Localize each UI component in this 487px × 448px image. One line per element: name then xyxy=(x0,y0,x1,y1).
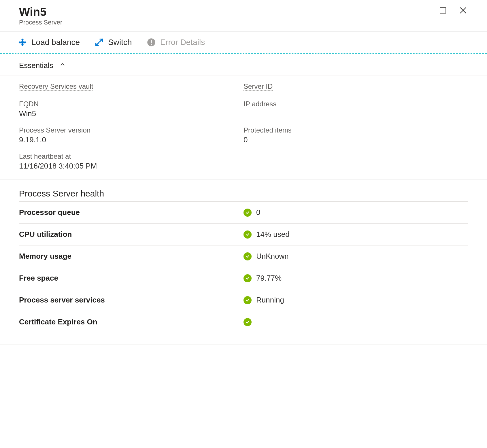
load-balance-label: Load balance xyxy=(31,38,80,47)
health-row-value: UnKnown xyxy=(256,252,289,261)
health-row-value: 79.77% xyxy=(256,274,282,283)
health-row-label: Memory usage xyxy=(19,252,244,261)
health-row: Memory usage UnKnown xyxy=(19,245,468,267)
page-title: Win5 xyxy=(19,5,439,18)
error-details-button: Error Details xyxy=(146,37,205,47)
page-subtitle: Process Server xyxy=(19,19,439,26)
status-ok-icon xyxy=(244,274,252,282)
health-row-label: Free space xyxy=(19,274,244,283)
close-icon[interactable] xyxy=(458,5,468,15)
essentials-grid: Recovery Services vault Server ID FQDN W… xyxy=(0,75,487,179)
switch-label: Switch xyxy=(108,38,132,47)
command-bar: Load balance Switch Error D xyxy=(0,32,487,54)
error-details-label: Error Details xyxy=(160,38,205,47)
status-ok-icon xyxy=(244,296,252,304)
status-ok-icon xyxy=(244,318,252,326)
last-heartbeat-label: Last heartbeat at xyxy=(19,152,71,160)
status-ok-icon xyxy=(244,209,252,217)
health-row: CPU utilization 14% used xyxy=(19,223,468,245)
health-row: Processor queue 0 xyxy=(19,201,468,223)
health-title: Process Server health xyxy=(19,189,468,199)
status-ok-icon xyxy=(244,252,252,260)
health-section: Process Server health Processor queue 0 … xyxy=(0,179,487,345)
health-row-label: CPU utilization xyxy=(19,230,244,239)
fqdn-value: Win5 xyxy=(19,109,244,118)
last-heartbeat-value: 11/16/2018 3:40:05 PM xyxy=(19,162,244,171)
restore-icon[interactable] xyxy=(439,6,447,15)
health-row-value: 14% used xyxy=(256,230,290,239)
fqdn-label: FQDN xyxy=(19,100,39,108)
status-ok-icon xyxy=(244,230,252,239)
protected-items-label: Protected items xyxy=(244,126,292,134)
switch-icon xyxy=(94,37,104,47)
ip-address-label: IP address xyxy=(244,100,276,108)
ps-version-label: Process Server version xyxy=(19,126,90,134)
recovery-vault-label: Recovery Services vault xyxy=(19,82,93,91)
chevron-up-icon xyxy=(59,61,66,70)
health-row-label: Certificate Expires On xyxy=(19,317,244,326)
svg-rect-0 xyxy=(440,7,446,13)
health-row-label: Processor queue xyxy=(19,208,244,217)
essentials-toggle[interactable]: Essentials xyxy=(0,54,487,75)
process-server-blade: Win5 Process Server xyxy=(0,0,487,345)
svg-rect-11 xyxy=(151,40,152,43)
svg-point-12 xyxy=(151,44,152,45)
load-balance-button[interactable]: Load balance xyxy=(18,37,80,47)
blade-header: Win5 Process Server xyxy=(0,0,487,32)
error-details-icon xyxy=(146,37,156,47)
svg-point-3 xyxy=(22,41,24,44)
ps-version-value: 9.19.1.0 xyxy=(19,135,244,144)
health-row-value: 0 xyxy=(256,208,260,217)
health-row-label: Process server services xyxy=(19,296,244,305)
protected-items-value: 0 xyxy=(244,135,468,144)
essentials-label: Essentials xyxy=(19,61,53,70)
health-row: Certificate Expires On xyxy=(19,311,468,333)
server-id-label: Server ID xyxy=(244,82,273,91)
health-row: Free space 79.77% xyxy=(19,267,468,289)
health-row: Process server services Running xyxy=(19,289,468,311)
load-balance-icon xyxy=(18,37,27,47)
switch-button[interactable]: Switch xyxy=(94,37,132,47)
health-row-value: Running xyxy=(256,296,284,305)
